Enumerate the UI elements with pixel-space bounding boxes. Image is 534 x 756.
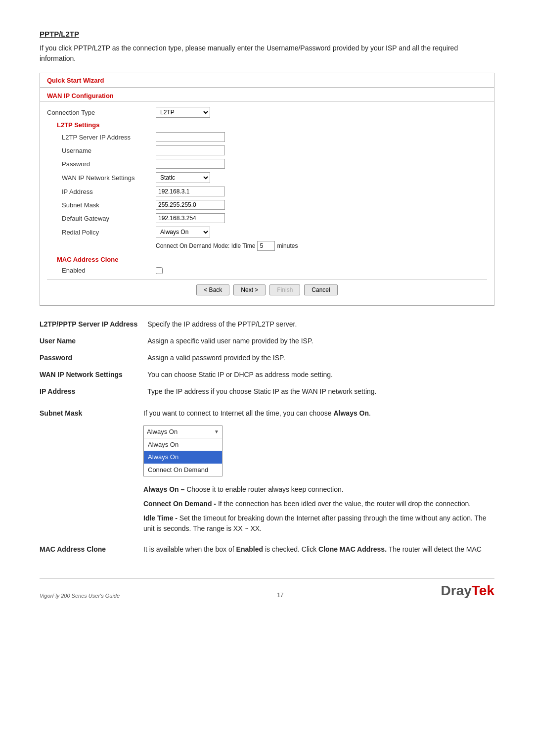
l2tp-settings-label: L2TP Settings <box>47 121 156 129</box>
quick-start-wizard-link[interactable]: Quick Start Wizard <box>47 77 104 84</box>
l2tp-server-ip-label: L2TP Server IP Address <box>47 134 156 141</box>
subnet-mask-row: Subnet Mask <box>47 200 487 210</box>
wan-ip-network-select[interactable]: Static DHCP <box>156 172 210 183</box>
idle-time-desc: Idle Time - Set the timeout for breaking… <box>143 513 491 534</box>
desc-row: Password Assign a valid password provide… <box>40 350 494 367</box>
desc-cell-3: You can choose Static IP or DHCP as addr… <box>147 367 494 384</box>
username-label: Username <box>47 147 156 154</box>
username-row: Username <box>47 145 487 155</box>
redial-policy-select[interactable]: Always On Connect On Demand <box>156 227 210 237</box>
chevron-down-icon: ▼ <box>214 428 219 435</box>
idle-time-row: Connect On Demand Mode: Idle Time minute… <box>47 241 487 251</box>
wan-ip-config-header: WAN IP Configuration <box>40 88 494 102</box>
password-label: Password <box>47 160 156 168</box>
mac-address-clone-term: MAC Address Clone <box>40 542 143 559</box>
cancel-button[interactable]: Cancel <box>304 284 337 295</box>
ip-address-input[interactable] <box>156 187 225 196</box>
footer-page-number: 17 <box>277 592 283 599</box>
username-input[interactable] <box>156 145 225 155</box>
default-gateway-control <box>156 213 225 223</box>
subnet-mask-input[interactable] <box>156 200 225 210</box>
desc-cell-0: Specify the IP address of the PPTP/L2TP … <box>147 317 494 333</box>
redial-policy-label: Redial Policy <box>47 229 156 236</box>
dropdown-preview-value: Always On <box>147 427 178 437</box>
connection-type-row: Connection Type L2TP <box>47 107 487 118</box>
page-footer: VigorFly 200 Series User's Guide 17 Dray… <box>40 578 494 599</box>
button-row: < Back Next > Finish Cancel <box>47 279 487 298</box>
wizard-header: Quick Start Wizard <box>40 73 494 88</box>
footer-guide: VigorFly 200 Series User's Guide <box>40 593 120 599</box>
password-row: Password <box>47 159 487 169</box>
desc-row: L2TP/PPTP Server IP Address Specify the … <box>40 317 494 333</box>
wan-ip-network-control: Static DHCP <box>156 172 210 183</box>
mac-address-clone-desc: It is available when the box of Enabled … <box>143 545 482 553</box>
desc-term-0: L2TP/PPTP Server IP Address <box>40 317 147 333</box>
desc-row: User Name Assign a specific valid user n… <box>40 333 494 350</box>
enabled-control <box>156 267 163 274</box>
default-gateway-row: Default Gateway <box>47 213 487 223</box>
username-control <box>156 145 225 155</box>
always-on-desc: Always On – Choose it to enable router a… <box>143 484 491 495</box>
redial-policy-desc-table: Subnet Mask If you want to connect to In… <box>40 406 494 559</box>
redial-policy-term: Subnet Mask <box>40 406 143 542</box>
idle-time-unit: minutes <box>277 242 298 249</box>
desc-cell-1: Assign a specific valid user name provid… <box>147 333 494 350</box>
connect-on-demand-desc: Connect On Demand - If the connection ha… <box>143 499 491 509</box>
subnet-mask-control <box>156 200 225 210</box>
mac-address-clone-cell: It is available when the box of Enabled … <box>143 542 494 559</box>
desc-row: WAN IP Network Settings You can choose S… <box>40 367 494 384</box>
intro-text: If you click PPTP/L2TP as the connection… <box>40 43 494 64</box>
l2tp-server-ip-control <box>156 132 225 142</box>
back-button[interactable]: < Back <box>196 284 229 295</box>
dropdown-item-always-on-selected[interactable]: Always On <box>144 451 222 464</box>
desc-cell-4: Type the IP address if you choose Static… <box>147 384 494 401</box>
wizard-container: Quick Start Wizard WAN IP Configuration … <box>40 73 494 306</box>
ip-address-row: IP Address <box>47 187 487 196</box>
redial-policy-row: Subnet Mask If you want to connect to In… <box>40 406 494 542</box>
l2tp-server-ip-row: L2TP Server IP Address <box>47 132 487 142</box>
idle-time-input[interactable] <box>257 241 275 251</box>
next-button[interactable]: Next > <box>233 284 266 295</box>
desc-term-1: User Name <box>40 333 147 350</box>
password-control <box>156 159 225 169</box>
l2tp-settings-row: L2TP Settings <box>47 121 487 129</box>
enabled-label: Enabled <box>47 267 156 274</box>
l2tp-server-ip-input[interactable] <box>156 132 225 142</box>
dropdown-preview: Always On ▼ Always On Always On Connect … <box>143 425 222 476</box>
wizard-body: Connection Type L2TP L2TP Settings L2TP … <box>40 102 494 305</box>
default-gateway-label: Default Gateway <box>47 215 156 222</box>
ip-address-label: IP Address <box>47 188 156 195</box>
wan-ip-config-title: WAN IP Configuration <box>47 92 114 99</box>
connection-type-select[interactable]: L2TP <box>156 107 210 118</box>
mac-address-clone-row: MAC Address Clone <box>47 256 487 263</box>
mac-address-clone-label: MAC Address Clone <box>47 256 156 263</box>
default-gateway-input[interactable] <box>156 213 225 223</box>
dropdown-item-connect-on-demand[interactable]: Connect On Demand <box>144 464 222 476</box>
brand-tek: Tek <box>472 583 494 598</box>
password-input[interactable] <box>156 159 225 169</box>
section-title: PPTP/L2TP <box>40 30 494 38</box>
description-table: L2TP/PPTP Server IP Address Specify the … <box>40 317 494 401</box>
desc-term-2: Password <box>40 350 147 367</box>
subnet-mask-label: Subnet Mask <box>47 201 156 209</box>
connection-type-control: L2TP <box>156 107 210 118</box>
dropdown-item-always-on-1[interactable]: Always On <box>144 438 222 451</box>
redial-policy-desc-text: If you want to connect to Internet all t… <box>143 409 371 417</box>
desc-cell-2: Assign a valid password provided by the … <box>147 350 494 367</box>
enabled-checkbox[interactable] <box>156 267 163 274</box>
brand-dray: Dray <box>441 583 472 598</box>
ip-address-control <box>156 187 225 196</box>
dropdown-preview-header: Always On ▼ <box>144 426 222 438</box>
connection-type-label: Connection Type <box>47 109 156 116</box>
desc-term-3: WAN IP Network Settings <box>40 367 147 384</box>
enabled-row: Enabled <box>47 267 487 274</box>
redial-policy-cell: If you want to connect to Internet all t… <box>143 406 494 542</box>
desc-term-4: IP Address <box>40 384 147 401</box>
mac-address-clone-desc-row: MAC Address Clone It is available when t… <box>40 542 494 559</box>
footer-brand: DrayTek <box>441 583 494 599</box>
desc-row: IP Address Type the IP address if you ch… <box>40 384 494 401</box>
finish-button[interactable]: Finish <box>269 284 300 295</box>
connect-on-demand-text: Connect On Demand Mode: Idle Time <box>156 242 255 249</box>
wan-ip-network-row: WAN IP Network Settings Static DHCP <box>47 172 487 183</box>
redial-policy-control: Always On Connect On Demand <box>156 227 210 237</box>
